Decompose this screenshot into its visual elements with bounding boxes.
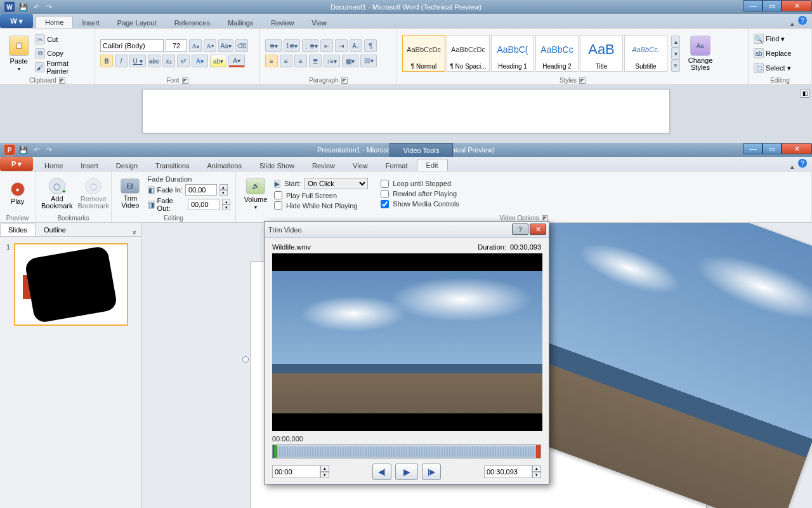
word-page[interactable] [142, 89, 670, 133]
align-left-icon[interactable]: ≡ [265, 55, 278, 67]
styles-dialog-launcher-icon[interactable] [579, 77, 586, 84]
prev-frame-button[interactable]: ◀| [372, 464, 391, 480]
close-button[interactable]: ✕ [782, 0, 812, 11]
video-options-dialog-launcher-icon[interactable] [542, 215, 548, 222]
remove-bookmark-button[interactable]: ◯Remove Bookmark [77, 175, 110, 212]
undo-icon[interactable]: ↶ [30, 1, 42, 13]
spin-down-icon[interactable]: ▾ [222, 204, 230, 210]
play-full-screen-checkbox[interactable]: Play Full Screen [274, 191, 368, 199]
clear-formatting-icon[interactable]: ⌫ [235, 39, 248, 52]
style-item-0[interactable]: AaBbCcDc¶ Normal [402, 35, 445, 72]
redo-icon[interactable]: ↷ [43, 1, 55, 13]
tab-view[interactable]: View [344, 160, 377, 171]
help-icon[interactable]: ? [798, 159, 807, 168]
copy-button[interactable]: ⧉Copy [35, 47, 89, 60]
spin-up-icon[interactable]: ▴ [219, 184, 228, 190]
spin-up-icon[interactable]: ▴ [532, 465, 541, 472]
sort-icon[interactable]: A↓ [350, 39, 362, 52]
tab-insert[interactable]: Insert [73, 17, 108, 28]
tab-edit[interactable]: Edit [417, 159, 448, 171]
trim-video-button[interactable]: 🎞Trim Video [117, 175, 144, 212]
bullets-icon[interactable]: ≣▾ [265, 39, 282, 52]
line-spacing-icon[interactable]: ↕≡▾ [324, 55, 340, 67]
tab-view[interactable]: View [303, 17, 336, 28]
ppt-file-menu[interactable]: P ▾ [0, 157, 33, 171]
select-button[interactable]: ⬚Select ▾ [754, 62, 791, 74]
style-item-5[interactable]: AaBbCc.Subtitle [624, 35, 667, 72]
trim-timeline[interactable] [272, 444, 541, 458]
tab-format[interactable]: Format [377, 160, 417, 171]
timeline-cursor[interactable] [273, 444, 274, 458]
loop-checkbox[interactable]: Loop until Stopped [381, 180, 459, 188]
fade-in-field[interactable]: ◧Fade In:▴▾ [148, 184, 230, 196]
minimize-button[interactable]: — [743, 143, 763, 154]
word-ruler-toggle-icon[interactable]: ◧ [801, 89, 809, 98]
align-center-icon[interactable]: ≡ [280, 55, 292, 67]
dialog-close-icon[interactable]: ✕ [530, 224, 546, 235]
clipboard-dialog-launcher-icon[interactable] [59, 77, 65, 84]
spin-down-icon[interactable]: ▾ [219, 190, 228, 196]
video-preview[interactable] [272, 253, 542, 431]
selection-handle[interactable] [242, 356, 249, 363]
style-item-1[interactable]: AaBbCcDc¶ No Spaci... [447, 35, 490, 72]
ppt-app-icon[interactable]: P [4, 144, 15, 156]
change-styles-button[interactable]: Aᴀ Change Styles [683, 32, 718, 74]
show-controls-checkbox[interactable]: Show Media Controls [381, 200, 459, 208]
spin-up-icon[interactable]: ▴ [320, 465, 329, 472]
redo-icon[interactable]: ↷ [43, 144, 55, 156]
replace-button[interactable]: abReplace [754, 47, 791, 60]
tab-mailings[interactable]: Mailings [219, 17, 262, 28]
tab-animations[interactable]: Animations [199, 160, 251, 171]
fade-in-input[interactable] [185, 184, 217, 196]
multilevel-icon[interactable]: ⋮≣▾ [302, 39, 318, 52]
panel-tab-slides[interactable]: Slides [0, 224, 36, 236]
underline-icon[interactable]: U ▾ [129, 55, 146, 67]
font-dialog-launcher-icon[interactable] [182, 77, 188, 84]
start-row[interactable]: ▶Start: On Click [274, 178, 368, 189]
strike-icon[interactable]: abc [148, 55, 160, 67]
tab-page-layout[interactable]: Page Layout [108, 17, 166, 28]
save-icon[interactable]: 💾 [18, 1, 29, 13]
style-item-3[interactable]: AaBbCcHeading 2 [535, 35, 579, 72]
spin-down-icon[interactable]: ▾ [532, 472, 541, 478]
spin-up-icon[interactable]: ▴ [222, 199, 230, 204]
volume-button[interactable]: 🔊Volume▾ [241, 175, 270, 212]
start-time-input[interactable] [272, 465, 320, 478]
decrease-indent-icon[interactable]: ⇤ [320, 39, 333, 52]
word-file-menu[interactable]: W ▾ [0, 14, 33, 28]
find-button[interactable]: 🔍Find ▾ [754, 32, 785, 45]
numbering-icon[interactable]: 1≣▾ [284, 39, 300, 52]
undo-icon[interactable]: ↶ [30, 144, 42, 156]
help-icon[interactable]: ? [798, 16, 807, 25]
ribbon-minimize-icon[interactable]: ▴ [790, 20, 794, 28]
play-button[interactable]: ●Play [5, 175, 30, 212]
superscript-icon[interactable]: x² [177, 55, 190, 67]
align-right-icon[interactable]: ≡ [294, 55, 307, 67]
borders-icon[interactable]: 田▾ [360, 55, 377, 67]
slide-thumb-1[interactable]: 1 [6, 243, 135, 326]
font-name-input[interactable] [100, 39, 164, 52]
minimize-button[interactable]: — [743, 0, 763, 11]
font-color-icon[interactable]: A▾ [228, 55, 245, 67]
panel-tab-outline[interactable]: Outline [36, 224, 74, 236]
change-case-icon[interactable]: Aa▾ [218, 39, 233, 52]
play-button[interactable]: ▶ [395, 464, 418, 480]
tab-review[interactable]: Review [303, 160, 344, 171]
fade-out-input[interactable] [188, 199, 219, 210]
save-icon[interactable]: 💾 [18, 144, 29, 156]
add-bookmark-button[interactable]: ◯+Add Bookmark [41, 175, 74, 212]
maximize-button[interactable]: ▭ [763, 143, 782, 154]
increase-indent-icon[interactable]: ⇥ [335, 39, 348, 52]
tab-references[interactable]: References [166, 17, 219, 28]
tab-design[interactable]: Design [107, 160, 147, 171]
grow-font-icon[interactable]: A▴ [189, 39, 202, 52]
shading-icon[interactable]: ▦▾ [342, 55, 358, 67]
rewind-checkbox[interactable]: Rewind after Playing [381, 190, 459, 198]
bold-icon[interactable]: B [100, 55, 113, 67]
font-size-input[interactable] [166, 39, 187, 52]
cut-button[interactable]: ✂Cut [35, 33, 89, 46]
tab-home[interactable]: Home [36, 16, 73, 28]
shrink-font-icon[interactable]: A▾ [204, 39, 216, 52]
format-painter-button[interactable]: 🖌Format Painter [35, 61, 89, 74]
tab-home[interactable]: Home [36, 160, 72, 171]
